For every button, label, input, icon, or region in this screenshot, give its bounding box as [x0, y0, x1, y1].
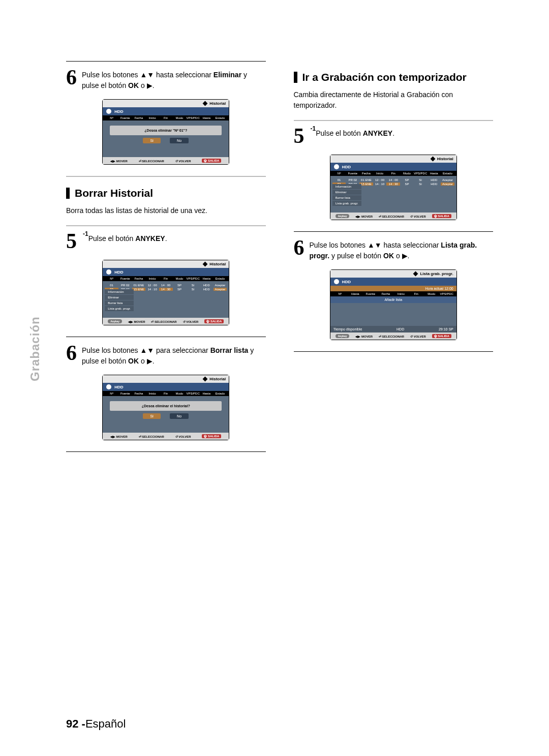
step5b: 5-1 Pulse el botón ANYKEY. — [66, 230, 266, 252]
no-button[interactable]: No — [170, 138, 189, 143]
step6b: 6 Pulse los botones ▲▼ para seleccionar … — [66, 342, 266, 367]
disc-icon — [334, 164, 339, 169]
menu-item[interactable]: Borrar lista — [332, 195, 361, 201]
disc-icon — [106, 384, 111, 389]
menu-item[interactable]: Borrar lista — [105, 300, 134, 306]
exit-icon: ⏻ SALIDA — [432, 334, 451, 338]
section-borrar-historial: Borrar Historial — [66, 187, 266, 199]
rule — [66, 61, 266, 62]
yes-button[interactable]: Sí — [143, 413, 161, 419]
menu-item[interactable]: Información — [332, 184, 361, 190]
diamond-icon — [203, 262, 208, 267]
disc-icon — [106, 269, 111, 275]
exit-icon: ⏻ SALIDA — [202, 434, 221, 438]
osd-anykey-menu: Historial HDD NºFuenteFechaInicioFinModo… — [102, 260, 229, 325]
right-column: Ir a Grabación con temporizador Cambia d… — [294, 61, 494, 457]
diamond-icon — [203, 377, 208, 382]
osd-lista-grab-progr: Lista grab. progr. HDD Hora actual 12:00… — [330, 269, 457, 340]
exit-icon: ⏻ SALIDA — [204, 319, 224, 323]
add-list-row[interactable]: Añadir lista — [330, 296, 456, 303]
anykey-icon: Anykey — [336, 334, 350, 338]
popup-menu: Información Eliminar Borrar lista Lista … — [332, 184, 361, 206]
updown-icon: ▲▼ — [368, 241, 382, 249]
table-row: 01PR 0201 ENE12 : 0014 : 00SPSíHDDAcepta… — [105, 283, 227, 287]
diamond-icon — [430, 157, 435, 162]
osd-anykey-menu-right: Historial HDD NºFuenteFechaInicioFinModo… — [330, 155, 457, 220]
table-header: NºFuenteFechaInicioFinModoVPS/PDCHastaEs… — [103, 115, 229, 120]
no-button[interactable]: No — [170, 413, 189, 419]
updown-icon: ▲▼ — [140, 71, 154, 79]
menu-item[interactable]: Eliminar — [105, 295, 134, 300]
columns: 6 Pulse los botones ▲▼ hasta seleccionar… — [66, 61, 493, 457]
osd-eliminar-uno: Historial HDD NºFuenteFechaInicioFinModo… — [102, 99, 229, 165]
menu-item[interactable]: Lista grab. progr. — [105, 306, 134, 312]
dialog-text: ¿Desea eliminar "Nº 01"? — [110, 126, 222, 135]
menu-item[interactable]: Información — [105, 289, 134, 295]
step-number: 6 — [66, 67, 77, 88]
left-column: 6 Pulse los botones ▲▼ hasta seleccionar… — [66, 61, 266, 457]
step6c: 6 Pulse los botones ▲▼ hasta seleccionar… — [294, 237, 494, 261]
menu-item[interactable]: Eliminar — [332, 190, 361, 195]
step6a: 6 Pulse los botones ▲▼ hasta seleccionar… — [66, 67, 266, 91]
exit-icon: ⏻ SALIDA — [202, 159, 221, 163]
yes-button[interactable]: Sí — [143, 138, 161, 143]
section-ir-grabacion: Ir a Grabación con temporizador — [294, 71, 494, 83]
osd-borrar-lista: Historial HDD NºFuenteFechaInicioFinModo… — [102, 375, 229, 440]
dialog-text: ¿Desea eliminar el historial? — [110, 401, 222, 411]
current-time: Hora actual 12:00 — [330, 286, 456, 291]
step-text: Pulse los botones ▲▼ hasta seleccionar E… — [82, 67, 266, 91]
anykey-icon: Anykey — [336, 214, 350, 218]
side-tab-label: Grabación — [28, 316, 42, 381]
anykey-icon: Anykey — [108, 319, 122, 323]
disc-icon — [106, 109, 111, 114]
exit-icon: ⏻ SALIDA — [432, 214, 451, 218]
table-row: 01PR 0201 ENE12 : 0014 : 00SPSíHDDAcepta… — [332, 178, 454, 182]
step5c: 5-1 Pulse el botón ANYKEY. — [294, 125, 494, 146]
menu-item[interactable]: Lista grab. progr. — [332, 201, 361, 206]
updown-icon: ▲▼ — [140, 346, 154, 354]
page-footer: 92 -Español — [66, 717, 126, 731]
disc-icon — [334, 279, 339, 284]
available-time: Tiempo disponibleHDD29:10 SP — [330, 326, 456, 332]
section-intro: Borra todas las listas de historial de u… — [66, 205, 266, 216]
page: 6 Pulse los botones ▲▼ hasta seleccionar… — [0, 0, 549, 756]
popup-menu: Información Eliminar Borrar lista Lista … — [105, 289, 134, 312]
diamond-icon — [413, 271, 418, 277]
diamond-icon — [203, 101, 208, 106]
